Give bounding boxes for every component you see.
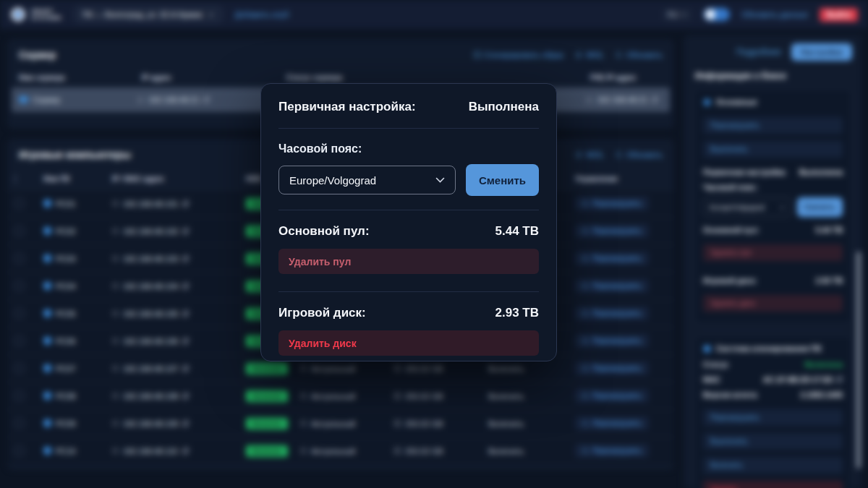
reboot-pc-button[interactable]: Перезагрузить [575,416,649,430]
copy-icon[interactable] [182,365,189,372]
clone-mac-value: AC:1F:6B:2D:17:E6 [763,375,833,384]
chevron-down-icon [208,13,214,17]
generate-image-action[interactable]: Сгенерировать образ [474,51,564,59]
modal-initial-setup-row: Первичная настройка: Выполнена [278,100,539,114]
row-checkbox[interactable] [14,281,24,291]
reboot-pc-button[interactable]: Перезагрузить [575,307,649,320]
delete-disk-button[interactable]: Удалить диск [278,330,539,356]
pc-ip-cell: 192.168.48.106 [112,337,246,346]
clone-delete-button[interactable]: Удалить [703,481,843,488]
tab-settings[interactable]: Настройки [791,43,852,61]
pc-power-action[interactable]: Включить [488,447,524,455]
row-checkbox[interactable] [14,309,24,318]
row-select-cell [14,336,43,346]
action-label: Сгенерировать образ [485,51,564,59]
row-checkbox[interactable] [14,364,24,373]
table-row[interactable]: PC09 192.168.48.109 Включен [7,409,674,437]
row-checkbox[interactable] [14,226,24,236]
reboot-pc-button[interactable]: Перезагрузить [575,389,649,403]
row-checkbox[interactable] [14,446,24,455]
copy-icon[interactable] [182,228,189,235]
copy-icon[interactable] [182,255,189,262]
reboot-pc-button[interactable]: Перезагрузить [575,252,649,265]
timezone-select[interactable]: Europe/Volgograd [703,197,791,217]
row-checkbox[interactable] [14,391,24,401]
pc-power-action[interactable]: Включить [488,364,524,373]
pcs-wol-action[interactable]: WOL [575,150,604,159]
theme-toggle[interactable] [704,8,730,21]
club-selector[interactable]: ПК — Волгоград, ул. 62-й Армии [75,7,222,22]
reboot-pc-button[interactable]: Перезагрузить [575,197,649,210]
reboot-pc-button[interactable]: Перезагрузить [575,361,649,375]
wol-action[interactable]: WOL [575,51,604,59]
main-card-title-row: Основные [703,98,843,106]
timezone-select[interactable]: Europe/Volgograd [278,166,456,194]
reboot-pc-label: Перезагрузить [592,200,642,207]
reboot-server-button[interactable]: Перезагрузить [703,117,843,134]
row-select-cell [14,364,43,373]
copy-icon[interactable] [182,420,189,427]
delete-pool-button[interactable]: Удалить пул [703,244,843,261]
refresh-server-action[interactable]: Обновить [616,51,663,59]
reboot-pc-label: Перезагрузить [592,227,642,235]
pc-ip: 192.168.48.106 [123,337,178,346]
change-timezone-button[interactable]: Сменить [797,197,843,217]
table-row[interactable]: PC08 192.168.48.108 Включен [7,382,674,409]
table-row[interactable]: PC10 192.168.48.110 Включен [7,437,674,464]
add-club-link[interactable]: Добавить клуб [235,10,289,19]
pc-power-cell: Включить [488,392,575,401]
copy-icon[interactable] [203,96,210,103]
delete-pool-button[interactable]: Удалить пул [278,249,539,274]
copy-icon[interactable] [182,448,189,455]
clone-shutdown-button[interactable]: Выключить [703,433,843,450]
reboot-pc-button[interactable]: Перезагрузить [575,334,649,348]
network-icon [112,255,119,262]
tab-details[interactable]: Подробнее [736,47,781,57]
pc-power-action[interactable]: Включить [488,419,524,428]
reboot-pc-button[interactable]: Перезагрузить [575,279,649,293]
pc-disk-size: 293.02 GB [405,392,443,401]
copy-icon[interactable] [182,310,189,317]
shield-icon [43,364,51,373]
clone-reboot-button[interactable]: Перезагрузить [703,409,843,426]
pc-name: PC08 [56,392,76,401]
clone-mac-label: MAC [703,375,720,384]
pc-status-cell: Включен [246,390,300,402]
select-all-checkbox[interactable] [14,174,16,184]
reboot-pc-button[interactable]: Перезагрузить [575,444,649,458]
row-select-cell [14,281,43,291]
logout-button[interactable]: Выйти [820,8,858,22]
pc-manage-cell: Перезагрузить [575,334,667,348]
row-checkbox[interactable] [14,419,24,428]
sidebar-scrollbar[interactable] [856,252,861,468]
copy-icon[interactable] [836,376,843,383]
pc-ip-cell: 192.168.48.109 [112,419,246,428]
change-timezone-button[interactable]: Сменить [466,164,539,196]
copy-icon[interactable] [182,283,189,290]
pc-name-cell: PC05 [43,309,112,318]
pc-name-cell: PC07 [43,364,112,373]
pcs-refresh-action[interactable]: Обновить [616,150,663,159]
copy-icon[interactable] [182,393,189,400]
reboot-pc-label: Перезагрузить [592,337,642,345]
pc-power-cell: Включить [488,419,575,428]
language-selector[interactable]: RU [662,9,692,21]
clone-poweron-button[interactable]: Включить [703,457,843,474]
copy-icon[interactable] [182,200,189,207]
row-checkbox[interactable] [14,199,24,208]
shutdown-server-button[interactable]: Выключить [703,141,843,158]
pc-ip-cell: 192.168.48.104 [112,282,246,291]
row-checkbox[interactable] [14,336,24,346]
row-checkbox[interactable] [14,254,24,263]
reboot-pc-button[interactable]: Перезагрузить [575,224,649,238]
pc-manage-cell: Перезагрузить [575,389,667,403]
pc-image-status: Актуальный [311,447,355,455]
network-icon [112,365,119,372]
pc-image-status: Актуальный [311,392,355,401]
pc-power-action[interactable]: Включить [488,392,524,401]
server-pxe-ip: 192.168.48.21 [597,95,647,104]
copy-icon[interactable] [652,96,658,103]
refresh-data-link[interactable]: Обновить данные [741,10,808,19]
delete-disk-button[interactable]: Удалить диск [703,295,843,312]
copy-icon[interactable] [182,338,189,345]
